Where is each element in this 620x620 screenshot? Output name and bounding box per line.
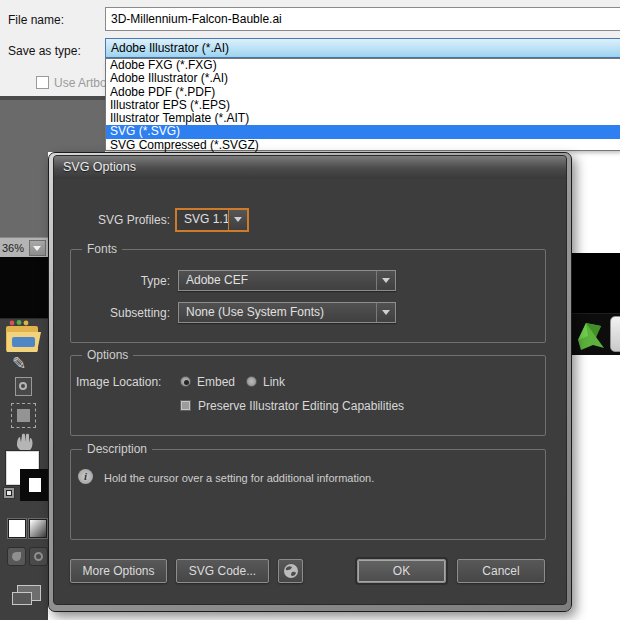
svg-profiles-label: SVG Profiles: [54, 209, 170, 231]
globe-icon [283, 563, 299, 579]
description-group: Description [70, 449, 546, 540]
banner-button[interactable] [610, 316, 620, 352]
pencil-tool-icon[interactable]: ✎ [12, 353, 26, 374]
chevron-down-icon[interactable] [228, 210, 247, 230]
preserve-checkbox[interactable] [180, 400, 191, 411]
pasteboard [0, 152, 48, 237]
stroke-color-swatch[interactable] [20, 469, 50, 501]
dropdown-option-svg[interactable]: SVG (*.SVG) [106, 125, 620, 138]
description-text: Hold the cursor over a setting for addit… [104, 472, 434, 484]
more-options-button[interactable]: More Options [70, 559, 167, 583]
fonts-group: Fonts [70, 249, 546, 343]
page-background [572, 150, 620, 620]
embed-radio[interactable] [180, 376, 191, 387]
svg-profiles-dropdown[interactable]: SVG 1.1 [175, 208, 249, 232]
dropdown-option-fxg[interactable]: Adobe FXG (*.FXG) [106, 59, 620, 72]
tools-panel: ✎ [0, 318, 48, 620]
image-location-label: Image Location: [76, 371, 186, 393]
subsetting-label: Subsetting: [54, 302, 170, 324]
zoom-indicator: 36% [0, 237, 48, 257]
draw-normal-mode-icon[interactable] [7, 547, 26, 566]
embed-label: Embed [197, 371, 235, 393]
type-label: Type: [54, 270, 170, 292]
type-dropdown[interactable]: Adobe CEF [178, 270, 396, 291]
dropdown-option-svgz[interactable]: SVG Compressed (*.SVGZ) [106, 139, 620, 152]
draw-behind-mode-icon[interactable] [29, 547, 48, 566]
svg-profiles-value: SVG 1.1 [184, 212, 229, 226]
dialog-title-bar[interactable]: SVG Options [54, 156, 566, 179]
subsetting-value: None (Use System Fonts) [186, 305, 324, 319]
subsetting-dropdown[interactable]: None (Use System Fonts) [178, 302, 396, 323]
file-name-input[interactable] [105, 7, 620, 31]
zoom-dropdown-button[interactable] [29, 240, 46, 256]
options-group-title: Options [82, 348, 133, 363]
chevron-down-icon [33, 246, 41, 251]
canvas-area [0, 257, 48, 318]
dialog-title: SVG Options [63, 160, 136, 174]
globe-button[interactable] [278, 559, 303, 583]
gradient-button[interactable] [29, 519, 47, 538]
description-group-title: Description [82, 442, 152, 457]
default-colors-icon[interactable] [3, 487, 15, 499]
screen-mode-icon[interactable] [17, 585, 41, 601]
shape-builder-tool-icon[interactable] [15, 377, 32, 396]
use-artboards-checkbox[interactable] [36, 76, 49, 89]
artboard-tool-icon[interactable] [11, 403, 36, 428]
svg-options-dialog: SVG Options SVG Profiles: SVG 1.1 Fonts … [48, 152, 572, 612]
link-radio[interactable] [246, 376, 257, 387]
dialog-body: SVG Profiles: SVG 1.1 Fonts Type: Adobe … [54, 179, 566, 604]
dropdown-option-ai[interactable]: Adobe Illustrator (*.AI) [106, 72, 620, 85]
type-value: Adobe CEF [186, 273, 248, 287]
file-type-dropdown-list: Adobe FXG (*.FXG) Adobe Illustrator (*.A… [105, 58, 620, 151]
svg-code-button[interactable]: SVG Code... [176, 559, 269, 583]
cancel-button[interactable]: Cancel [457, 559, 545, 583]
dropdown-option-pdf[interactable]: Adobe PDF (*.PDF) [106, 86, 620, 99]
dropdown-option-eps[interactable]: Illustrator EPS (*.EPS) [106, 99, 620, 112]
color-button[interactable] [8, 519, 26, 538]
save-as-type-label: Save as type: [8, 44, 81, 58]
pasteboard [0, 100, 105, 152]
info-icon: i [78, 469, 93, 484]
green-polygon-logo-icon [576, 318, 606, 352]
dropdown-option-ait[interactable]: Illustrator Template (*.AIT) [106, 112, 620, 125]
fonts-group-title: Fonts [82, 242, 122, 257]
chevron-down-icon[interactable] [376, 271, 395, 290]
file-name-label: File name: [8, 13, 64, 27]
preserve-label: Preserve Illustrator Editing Capabilitie… [198, 395, 404, 417]
chevron-down-icon[interactable] [376, 303, 395, 322]
save-as-type-combobox[interactable]: Adobe Illustrator (*.AI) [105, 38, 620, 58]
banner-strip [572, 313, 620, 355]
zoom-value: 36% [0, 239, 24, 258]
folder-icon [5, 320, 43, 355]
site-banner [572, 253, 620, 355]
ok-button[interactable]: OK [357, 559, 446, 583]
link-label: Link [263, 371, 285, 393]
